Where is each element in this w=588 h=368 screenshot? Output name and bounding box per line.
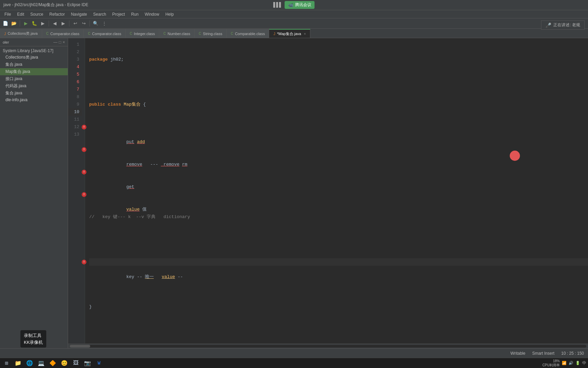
tabs-bar: J Collections类.java C Comparator.class C… [0,29,588,38]
sidebar-item-map[interactable]: Map集合.java [0,68,68,75]
taskbar-filemanager[interactable]: 📁 [13,359,23,368]
redo-button[interactable]: ↪ [80,20,87,27]
code-line-6: ! get [89,168,588,176]
line-num-6: 6 [68,78,82,86]
menu-edit[interactable]: Edit [14,11,27,17]
menu-run[interactable]: Run [128,11,141,17]
tab-label-string: String.class [203,32,222,36]
tab-close-map[interactable]: × [304,32,306,36]
sidebar-item-codegen[interactable]: 代码器.java [0,82,68,90]
tab-icon-collections: J [4,32,6,36]
meeting-icon: 📹 [288,3,293,7]
line-num-12: 12 [68,123,82,131]
horizontal-scrollbar[interactable] [68,343,588,348]
status-insert-mode: Smart Insert [532,351,554,356]
taskbar-network: 📶 [562,361,567,365]
scroll-track[interactable] [70,345,586,348]
taskbar-word[interactable]: W [94,359,104,368]
taskbar-left: ⊞ 📁 🌐 💻 🔶 😊 🖼 📷 W [2,359,104,368]
title-text: jave - jh02/src/jh02/Map集合.java - Eclips… [3,2,88,8]
sidebar-item-collections[interactable]: Collections类.java [0,54,68,61]
tab-comparator1[interactable]: C Comparator.class [42,29,84,38]
sidebar-item-interface[interactable]: 接口.java [0,75,68,82]
sidebar-maximize-btn[interactable]: □ [59,40,61,45]
tab-comparator2[interactable]: C Comparator.class [84,29,126,38]
line-num-13: 13 [68,131,82,138]
code-line-10: ! key -- 唯一 value -- [89,258,588,266]
toolbar-sep-3 [69,20,69,27]
kk-recorder: 录制工具 KK录像机 [20,330,46,348]
tab-label-map: *Map集合.java [277,31,301,36]
tab-number[interactable]: C Number.class [159,29,195,38]
scroll-thumb[interactable] [70,345,90,348]
search-toolbar-button[interactable]: 🔍 [92,20,99,27]
tencent-meeting-button[interactable]: 📹 腾讯会议 [285,1,315,9]
menu-project[interactable]: Project [110,11,128,17]
code-line-1: package jh02; [89,56,588,63]
signal-icon: ▋▋▋ [273,2,282,8]
taskbar-emoji[interactable]: 😊 [60,359,69,368]
undo-button[interactable]: ↩ [71,20,79,27]
line-num-4: 4 [68,63,82,71]
code-line-12: } [89,303,588,311]
sidebar-close-btn[interactable]: × [63,40,65,45]
tree-root-library[interactable]: System Library [JavaSE-17] [0,48,68,54]
sidebar-item-collection2[interactable]: 集合.java [0,90,68,97]
sidebar-header: oler — □ × [0,38,68,46]
code-container[interactable]: 1 2 3 4 5 6 7 8 9 10 11 12 13 package jh… [68,38,588,343]
tab-integer[interactable]: C Integer.class [126,29,159,38]
run-last-button[interactable]: ▶ [39,20,47,27]
menu-window[interactable]: Window [142,11,162,17]
taskbar: ⊞ 📁 🌐 💻 🔶 😊 🖼 📷 W 18%CPU利用率 📶 🔊 🔋 中 [0,358,588,368]
more-toolbar-button[interactable]: ⋮ [100,20,108,27]
sidebar: oler — □ × System Library [JavaSE-17] Co… [0,38,68,348]
status-position: 10 : 25 : 150 [561,351,584,356]
menu-file[interactable]: File [2,11,14,17]
sidebar-item-module[interactable]: dle-info.java [0,97,68,103]
taskbar-cpu: 18%CPU利用率 [542,359,560,367]
taskbar-battery: 🔋 [575,361,580,365]
taskbar-app1[interactable]: 🔶 [48,359,58,368]
new-button[interactable]: 📄 [2,20,9,27]
status-writable: Writable [510,351,525,356]
tab-icon-comp2: C [88,32,90,35]
menu-source[interactable]: Source [28,11,46,17]
sidebar-minimize-btn[interactable]: — [53,40,58,45]
open-button[interactable]: 📂 [10,20,18,27]
menu-refactor[interactable]: Refactor [47,11,67,17]
sidebar-title: oler [3,40,9,44]
toolbar-sep-1 [20,20,20,27]
tab-collections[interactable]: J Collections类.java [0,29,42,38]
taskbar-pc[interactable]: 💻 [36,359,46,368]
menu-navigate[interactable]: Navigate [68,11,89,17]
menu-search[interactable]: Search [91,11,109,17]
toolbar: 📄 📂 ▶ 🐛 ▶ ◀ ▶ ↩ ↪ 🔍 ⋮ [0,18,588,29]
sidebar-content: System Library [JavaSE-17] Collections类.… [0,46,68,348]
taskbar-camera[interactable]: 📷 [83,359,92,368]
debug-button[interactable]: 🐛 [31,20,38,27]
line-numbers: 1 2 3 4 5 6 7 8 9 10 11 12 13 [68,38,85,343]
menu-help[interactable]: Help [163,11,177,17]
taskbar-start[interactable]: ⊞ [2,359,11,368]
speaking-indicator: 🎤 正在讲述: 老规 [541,20,585,30]
editor-area[interactable]: 1 2 3 4 5 6 7 8 9 10 11 12 13 package jh… [68,38,588,348]
code-lines[interactable]: package jh02; public class Map集合 { ! put… [85,38,588,343]
title-bar: jave - jh02/src/jh02/Map集合.java - Eclips… [0,0,588,10]
code-line-11 [89,281,588,288]
taskbar-volume: 🔊 [569,361,573,365]
code-line-9 [89,236,588,243]
code-line-8: // key 键--- k --v 字典 dictionary [89,213,588,221]
tab-string[interactable]: C String.class [195,29,227,38]
tab-label-comp2: Comparator.class [92,32,121,36]
line-num-2: 2 [68,48,82,56]
prev-button[interactable]: ◀ [51,20,59,27]
tab-map[interactable]: J *Map集合.java × [269,29,310,38]
taskbar-right: 18%CPU利用率 📶 🔊 🔋 中 [542,359,586,367]
next-button[interactable]: ▶ [60,20,67,27]
taskbar-browser[interactable]: 🌐 [25,359,34,368]
code-line-2 [89,78,588,86]
taskbar-photos[interactable]: 🖼 [71,359,81,368]
run-button[interactable]: ▶ [22,20,30,27]
sidebar-item-jicollections[interactable]: 集合.java [0,61,68,68]
tab-comparable[interactable]: C Comparable.class [227,29,269,38]
